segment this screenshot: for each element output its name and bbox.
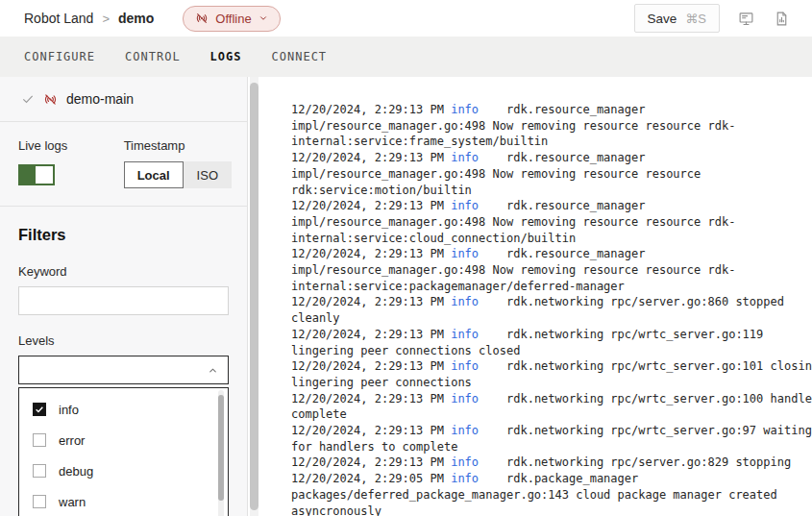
timestamp-label: Timestamp xyxy=(124,138,232,153)
save-shortcut: ⌘S xyxy=(685,12,706,26)
log-level: info xyxy=(451,295,479,308)
log-scrollbar xyxy=(248,77,260,516)
log-message: rdk.networking rpc/server.go:829 stoppin… xyxy=(479,455,791,469)
log-entry: 12/20/2024, 2:29:05 PM info rdk.package_… xyxy=(291,471,812,516)
monitor-icon[interactable] xyxy=(736,9,755,28)
tab-bar: CONFIGURECONTROLLOGSCONNECT xyxy=(0,37,812,77)
level-option-debug[interactable]: debug xyxy=(19,455,228,486)
log-timestamp: 12/20/2024, 2:29:13 PM xyxy=(291,247,451,260)
levels-select[interactable] xyxy=(18,356,229,384)
check-icon xyxy=(21,92,35,106)
log-timestamp: 12/20/2024, 2:29:13 PM xyxy=(291,151,451,164)
save-button[interactable]: Save ⌘S xyxy=(634,4,720,33)
breadcrumb-org[interactable]: Robot Land xyxy=(24,11,93,26)
levels-label: Levels xyxy=(18,333,229,348)
keyword-input[interactable] xyxy=(18,286,229,315)
level-option-label: error xyxy=(59,433,85,448)
level-option-label: info xyxy=(59,403,79,417)
level-option-info[interactable]: info xyxy=(19,394,228,425)
levels-dropdown: info error debug warn xyxy=(18,387,229,516)
log-level: info xyxy=(451,472,479,485)
breadcrumb-current: demo xyxy=(118,11,154,26)
logs-sidebar: demo-main Live logs Timestamp Local ISO … xyxy=(0,77,248,516)
log-level: info xyxy=(451,359,479,373)
level-option-error[interactable]: error xyxy=(19,425,228,455)
keyword-label: Keyword xyxy=(18,264,229,279)
levels-option-list: info error debug warn xyxy=(19,394,228,516)
log-entry: 12/20/2024, 2:29:13 PM info rdk.networki… xyxy=(291,294,812,326)
log-pane: 12/20/2024, 2:29:13 PM info rdk.resource… xyxy=(260,77,812,516)
log-level: info xyxy=(451,392,479,405)
machine-part-name: demo-main xyxy=(66,91,134,107)
log-entry: 12/20/2024, 2:29:13 PM info rdk.resource… xyxy=(291,246,812,294)
timestamp-local-button[interactable]: Local xyxy=(124,161,184,188)
dropdown-scrollbar-thumb[interactable] xyxy=(218,395,224,501)
checkbox-icon[interactable] xyxy=(33,433,46,447)
log-level: info xyxy=(451,151,479,164)
tab-logs[interactable]: LOGS xyxy=(210,50,242,63)
toggle-knob xyxy=(36,166,53,184)
log-entry: 12/20/2024, 2:29:13 PM info rdk.resource… xyxy=(291,150,812,198)
app-header: Robot Land > demo Offline Save ⌘S xyxy=(0,0,812,37)
log-timestamp: 12/20/2024, 2:29:13 PM xyxy=(291,199,451,212)
wifi-off-icon xyxy=(43,92,58,107)
log-timestamp: 12/20/2024, 2:29:05 PM xyxy=(291,472,451,485)
checkbox-icon[interactable] xyxy=(33,403,46,416)
log-timestamp: 12/20/2024, 2:29:13 PM xyxy=(291,295,451,308)
live-logs-toggle[interactable] xyxy=(18,164,55,185)
timestamp-iso-button[interactable]: ISO xyxy=(184,161,232,188)
log-timestamp: 12/20/2024, 2:29:13 PM xyxy=(291,328,451,341)
tab-configure[interactable]: CONFIGURE xyxy=(24,50,95,63)
breadcrumb-separator: > xyxy=(102,12,110,26)
log-timestamp: 12/20/2024, 2:29:13 PM xyxy=(291,359,451,373)
tab-connect[interactable]: CONNECT xyxy=(272,50,328,63)
level-option-label: warn xyxy=(59,495,86,509)
log-level: info xyxy=(451,247,479,260)
level-option-warn[interactable]: warn xyxy=(19,486,228,516)
log-level: info xyxy=(451,424,479,437)
save-button-label: Save xyxy=(648,12,677,26)
log-level: info xyxy=(451,328,479,341)
log-timestamp: 12/20/2024, 2:29:13 PM xyxy=(291,455,451,469)
chevron-down-icon xyxy=(258,13,268,23)
live-logs-label: Live logs xyxy=(18,138,124,153)
log-timestamp: 12/20/2024, 2:29:13 PM xyxy=(291,424,451,437)
log-timestamp: 12/20/2024, 2:29:13 PM xyxy=(291,103,451,116)
log-entry: 12/20/2024, 2:29:13 PM info rdk.networki… xyxy=(291,327,812,358)
log-controls: Live logs Timestamp Local ISO xyxy=(0,122,247,207)
tab-control[interactable]: CONTROL xyxy=(125,50,181,63)
log-level: info xyxy=(451,103,479,116)
log-entry: 12/20/2024, 2:29:13 PM info rdk.networki… xyxy=(291,358,812,390)
checkbox-icon[interactable] xyxy=(33,464,46,478)
timestamp-format-switch: Local ISO xyxy=(124,161,232,188)
wifi-off-icon xyxy=(195,12,209,25)
level-option-label: debug xyxy=(59,464,93,479)
chevron-up-icon xyxy=(208,365,218,376)
checkbox-icon[interactable] xyxy=(33,495,46,508)
log-entry: 12/20/2024, 2:29:13 PM info rdk.networki… xyxy=(291,391,812,423)
log-list: 12/20/2024, 2:29:13 PM info rdk.resource… xyxy=(291,102,812,516)
filters-section: Filters Keyword Levels info error xyxy=(0,207,247,516)
log-timestamp: 12/20/2024, 2:29:13 PM xyxy=(291,392,451,405)
log-scrollbar-thumb[interactable] xyxy=(250,83,258,510)
log-level: info xyxy=(451,199,479,212)
log-entry: 12/20/2024, 2:29:13 PM info rdk.networki… xyxy=(291,423,812,455)
machine-status-dropdown[interactable]: Offline xyxy=(183,6,280,32)
log-entry: 12/20/2024, 2:29:13 PM info rdk.networki… xyxy=(291,455,812,471)
log-level: info xyxy=(451,455,479,469)
filters-title: Filters xyxy=(18,226,229,244)
log-entry: 12/20/2024, 2:29:13 PM info rdk.resource… xyxy=(291,198,812,246)
file-chart-icon[interactable] xyxy=(772,9,791,28)
machine-part-row[interactable]: demo-main xyxy=(0,77,247,122)
status-badge-label: Offline xyxy=(215,12,251,26)
log-entry: 12/20/2024, 2:29:13 PM info rdk.resource… xyxy=(291,102,812,150)
